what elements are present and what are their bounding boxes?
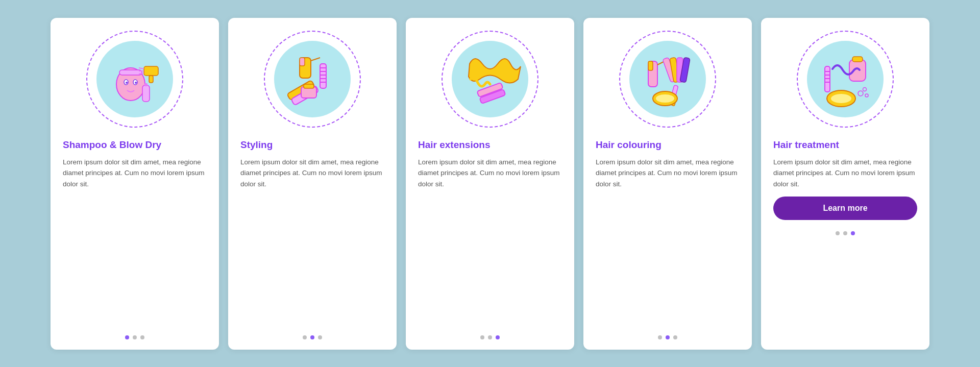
dot: [125, 335, 129, 339]
dot: [666, 335, 670, 339]
card-2-illustration: [261, 28, 363, 130]
card-3-dots: [480, 335, 500, 339]
styling-icon: [272, 38, 353, 120]
card-2-title: Styling: [240, 139, 384, 151]
svg-point-50: [865, 94, 868, 97]
card-styling: Styling Lorem ipsum dolor sit dim amet, …: [228, 18, 397, 350]
learn-more-button[interactable]: Learn more: [773, 197, 917, 220]
card-3-body: Lorem ipsum dolor sit dim amet, mea regi…: [418, 157, 562, 326]
card-2-dots: [303, 335, 322, 339]
hair-colouring-icon: [627, 38, 708, 120]
svg-rect-1: [119, 70, 142, 75]
dot: [836, 231, 840, 235]
dot: [318, 335, 322, 339]
svg-point-38: [656, 94, 674, 103]
card-treatment: Hair treatment Lorem ipsum dolor sit dim…: [761, 18, 929, 350]
hair-treatment-icon: [804, 38, 886, 120]
dot: [133, 335, 137, 339]
card-colouring: Hair colouring Lorem ipsum dolor sit dim…: [583, 18, 752, 350]
card-extensions: Hair extensions Lorem ipsum dolor sit di…: [406, 18, 574, 350]
svg-line-30: [657, 62, 664, 65]
dot: [488, 335, 492, 339]
svg-point-48: [858, 91, 863, 96]
hair-extensions-icon: [449, 38, 531, 120]
card-1-dots: [125, 335, 144, 339]
dot: [496, 335, 500, 339]
card-4-illustration: [617, 28, 719, 130]
svg-point-4: [126, 82, 128, 84]
svg-rect-40: [852, 57, 863, 62]
card-shampoo: Shampoo & Blow Dry Lorem ipsum dolor sit…: [51, 18, 219, 350]
card-5-illustration: [794, 28, 896, 130]
svg-line-8: [139, 68, 144, 69]
svg-point-49: [863, 87, 867, 91]
svg-rect-12: [144, 83, 148, 86]
card-1-illustration: [84, 28, 186, 130]
card-5-body: Lorem ipsum dolor sit dim amet, mea regi…: [773, 157, 917, 190]
card-4-dots: [658, 335, 677, 339]
svg-rect-25: [304, 84, 314, 88]
card-5-title: Hair treatment: [773, 139, 917, 151]
svg-rect-7: [149, 76, 153, 83]
cards-container: Shampoo & Blow Dry Lorem ipsum dolor sit…: [30, 3, 950, 365]
svg-point-47: [831, 94, 851, 103]
dot: [851, 231, 855, 235]
svg-rect-16: [300, 58, 305, 66]
svg-rect-29: [648, 61, 653, 70]
shampoo-blowdry-icon: [94, 38, 176, 120]
dot: [480, 335, 484, 339]
card-3-title: Hair extensions: [418, 139, 562, 151]
dot: [140, 335, 144, 339]
card-1-body: Lorem ipsum dolor sit dim amet, mea regi…: [63, 157, 207, 326]
svg-rect-11: [142, 85, 150, 102]
card-4-title: Hair colouring: [596, 139, 740, 151]
dot: [658, 335, 662, 339]
svg-line-17: [311, 58, 320, 61]
card-5-dots: [836, 231, 855, 235]
card-2-body: Lorem ipsum dolor sit dim amet, mea regi…: [240, 157, 384, 326]
dot: [843, 231, 847, 235]
dot: [310, 335, 314, 339]
svg-point-5: [135, 82, 137, 84]
dot: [673, 335, 677, 339]
svg-rect-6: [144, 66, 158, 76]
card-3-illustration: [439, 28, 541, 130]
card-4-body: Lorem ipsum dolor sit dim amet, mea regi…: [596, 157, 740, 326]
card-1-title: Shampoo & Blow Dry: [63, 139, 207, 151]
svg-rect-39: [849, 60, 866, 81]
dot: [303, 335, 307, 339]
